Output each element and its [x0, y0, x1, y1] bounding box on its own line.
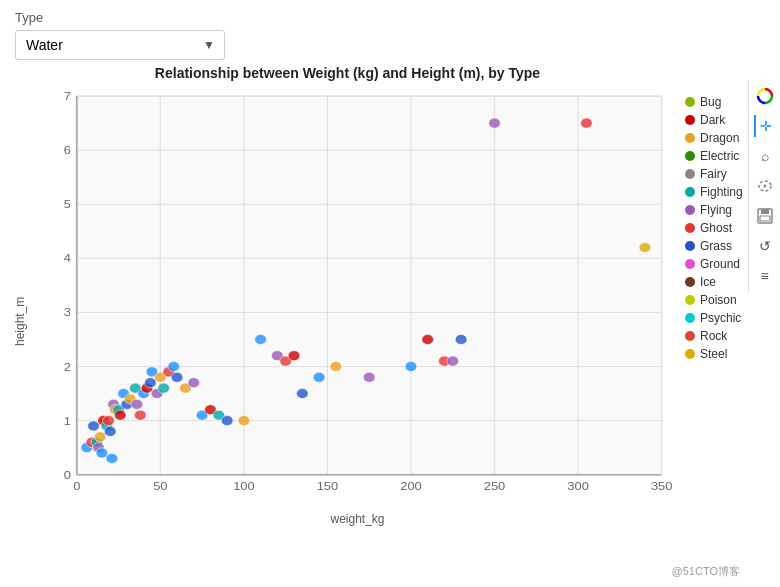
svg-text:50: 50: [153, 480, 168, 493]
legend-dot: [685, 277, 695, 287]
svg-point-50: [114, 410, 126, 420]
legend-item: Psychic: [685, 311, 775, 325]
chart-area: Relationship between Weight (kg) and Hei…: [0, 65, 780, 565]
svg-point-46: [106, 453, 118, 463]
svg-point-37: [88, 421, 100, 431]
legend-label: Flying: [700, 203, 732, 217]
legend-dot: [685, 331, 695, 341]
svg-point-87: [489, 118, 501, 128]
legend-dot: [685, 205, 695, 215]
toolbar-menu-icon[interactable]: ≡: [754, 265, 776, 287]
scatter-plot: 01234567050100150200250300350: [30, 86, 685, 510]
plot-and-axes: height_m 01234567050100150200250300350 w…: [10, 86, 685, 526]
svg-point-92: [763, 185, 766, 188]
toolbar-lasso-icon[interactable]: [754, 175, 776, 197]
plot-container: 01234567050100150200250300350 weight_kg: [30, 86, 685, 526]
legend-dot: [685, 115, 695, 125]
watermark: @51CTO博客: [672, 564, 740, 579]
legend-label: Steel: [700, 347, 727, 361]
legend-label: Dragon: [700, 131, 739, 145]
toolbar: ✛ ⌕ ↺ ≡: [748, 80, 780, 292]
svg-text:250: 250: [484, 480, 506, 493]
svg-point-65: [168, 361, 180, 371]
svg-point-78: [297, 388, 309, 398]
toolbar-save-icon[interactable]: [754, 205, 776, 227]
legend-label: Ghost: [700, 221, 732, 235]
legend-label: Bug: [700, 95, 721, 109]
type-dropdown[interactable]: BugDarkDragonElectricFairyFightingFlying…: [15, 30, 225, 60]
svg-point-44: [103, 416, 115, 426]
svg-point-81: [363, 372, 375, 382]
legend-dot: [685, 151, 695, 161]
x-axis-label: weight_kg: [30, 512, 685, 526]
svg-rect-94: [761, 209, 769, 214]
legend-item: Poison: [685, 293, 775, 307]
top-section: Type BugDarkDragonElectricFairyFightingF…: [0, 0, 780, 65]
svg-point-80: [330, 361, 342, 371]
svg-text:350: 350: [651, 480, 673, 493]
toolbar-colorwheel-icon[interactable]: [754, 85, 776, 107]
dropdown-container[interactable]: BugDarkDragonElectricFairyFightingFlying…: [15, 30, 225, 60]
svg-text:7: 7: [64, 90, 71, 103]
svg-point-68: [188, 378, 200, 388]
svg-text:100: 100: [233, 480, 255, 493]
type-label: Type: [15, 10, 765, 25]
svg-point-86: [455, 334, 467, 344]
svg-point-73: [238, 416, 250, 426]
svg-point-74: [255, 334, 267, 344]
toolbar-refresh-icon[interactable]: ↺: [754, 235, 776, 257]
svg-point-83: [422, 334, 434, 344]
svg-point-85: [447, 356, 459, 366]
legend-label: Dark: [700, 113, 725, 127]
svg-point-79: [313, 372, 325, 382]
svg-text:3: 3: [64, 306, 71, 319]
legend-dot: [685, 295, 695, 305]
svg-text:300: 300: [567, 480, 589, 493]
legend-label: Psychic: [700, 311, 741, 325]
svg-rect-0: [77, 96, 662, 475]
legend-dot: [685, 241, 695, 251]
legend-label: Fighting: [700, 185, 743, 199]
svg-point-41: [96, 448, 108, 458]
svg-text:6: 6: [64, 144, 71, 157]
svg-point-55: [131, 399, 143, 409]
legend-label: Ice: [700, 275, 716, 289]
legend-label: Grass: [700, 239, 732, 253]
toolbar-search-icon[interactable]: ⌕: [754, 145, 776, 167]
svg-rect-95: [760, 216, 770, 221]
svg-text:150: 150: [317, 480, 339, 493]
legend-dot: [685, 259, 695, 269]
svg-text:4: 4: [64, 252, 71, 265]
legend-dot: [685, 97, 695, 107]
legend-label: Rock: [700, 329, 727, 343]
chart-title: Relationship between Weight (kg) and Hei…: [10, 65, 685, 81]
svg-point-82: [405, 361, 417, 371]
svg-point-77: [288, 351, 300, 361]
svg-text:1: 1: [64, 414, 71, 427]
svg-point-66: [171, 372, 183, 382]
legend-dot: [685, 133, 695, 143]
svg-point-45: [104, 426, 116, 436]
svg-text:0: 0: [73, 480, 80, 493]
svg-text:2: 2: [64, 360, 71, 373]
toolbar-move-icon[interactable]: ✛: [754, 115, 776, 137]
svg-point-72: [221, 416, 233, 426]
legend-label: Poison: [700, 293, 737, 307]
legend-item: Rock: [685, 329, 775, 343]
svg-point-59: [144, 378, 156, 388]
svg-text:0: 0: [64, 469, 71, 482]
svg-point-63: [158, 383, 170, 393]
svg-point-56: [134, 410, 146, 420]
svg-text:200: 200: [400, 480, 422, 493]
chart-wrapper: Relationship between Weight (kg) and Hei…: [10, 65, 685, 565]
svg-point-88: [581, 118, 593, 128]
legend-dot: [685, 223, 695, 233]
svg-text:5: 5: [64, 198, 71, 211]
y-axis-label: height_m: [10, 86, 30, 526]
legend-dot: [685, 169, 695, 179]
legend-dot: [685, 349, 695, 359]
legend-dot: [685, 313, 695, 323]
svg-point-89: [639, 242, 651, 252]
legend-label: Fairy: [700, 167, 727, 181]
legend-dot: [685, 187, 695, 197]
